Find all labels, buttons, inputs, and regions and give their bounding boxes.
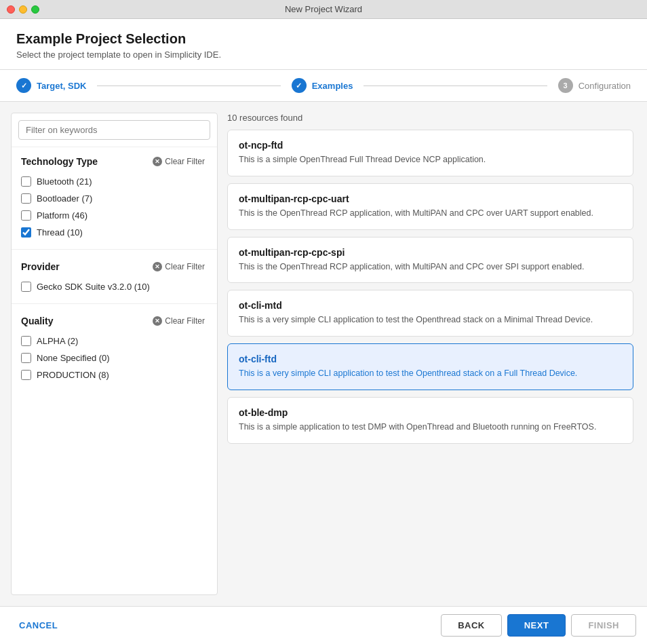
- back-button[interactable]: BACK: [441, 614, 502, 637]
- quality-alpha: ALPHA (2): [21, 333, 208, 349]
- resource-card-ot-cli-ftd[interactable]: ot-cli-ftd This is a very simple CLI app…: [227, 343, 633, 390]
- provider-header: Provider ✕ Clear Filter: [21, 261, 208, 273]
- close-button[interactable]: [7, 5, 15, 14]
- titlebar: New Project Wizard: [0, 0, 647, 19]
- none-specified-checkbox[interactable]: [21, 353, 31, 363]
- bluetooth-checkbox[interactable]: [21, 176, 31, 187]
- quality-header: Quality ✕ Clear Filter: [21, 315, 208, 327]
- platform-label: Platform (46): [37, 210, 87, 221]
- card-desc-ot-ble-dmp: This is a simple application to test DMP…: [239, 421, 622, 434]
- quality-title: Quality: [21, 316, 53, 326]
- traffic-lights: [7, 5, 39, 14]
- alpha-checkbox[interactable]: [21, 336, 31, 346]
- resources-count: 10 resources found: [227, 113, 636, 123]
- step-1-circle: ✓: [16, 78, 31, 93]
- technology-type-title: Technology Type: [21, 156, 98, 167]
- results-panel: 10 resources found ot-ncp-ftd This is a …: [227, 113, 636, 595]
- technology-type-section: Technology Type ✕ Clear Filter Bluetooth…: [12, 147, 217, 246]
- quality-none-specified: None Specified (0): [21, 349, 208, 366]
- wizard-steps: ✓ Target, SDK ✓ Examples 3 Configuration: [0, 70, 647, 102]
- card-title-ot-multipan-uart: ot-multipan-rcp-cpc-uart: [239, 193, 622, 204]
- step-target-sdk[interactable]: ✓ Target, SDK: [16, 78, 86, 93]
- clear-technology-icon: ✕: [153, 157, 162, 166]
- step-connector-2: [364, 86, 547, 86]
- keyword-filter-section: [12, 113, 217, 147]
- provider-clear-filter[interactable]: ✕ Clear Filter: [150, 261, 208, 273]
- cancel-button[interactable]: CANCEL: [11, 615, 66, 636]
- quality-production: PRODUCTION (8): [21, 366, 208, 383]
- keyword-input[interactable]: [18, 120, 210, 140]
- resource-card-ot-multipan-spi[interactable]: ot-multipan-rcp-cpc-spi This is the Open…: [227, 237, 633, 284]
- technology-bootloader: Bootloader (7): [21, 190, 208, 207]
- next-button[interactable]: NEXT: [507, 614, 566, 637]
- page-subtitle: Select the project template to open in S…: [16, 50, 631, 60]
- technology-type-header: Technology Type ✕ Clear Filter: [21, 155, 208, 168]
- bootloader-checkbox[interactable]: [21, 193, 31, 204]
- step-examples[interactable]: ✓ Examples: [292, 78, 353, 93]
- footer: CANCEL BACK NEXT FINISH: [0, 606, 647, 644]
- cards-list: ot-ncp-ftd This is a simple OpenThread F…: [227, 130, 636, 595]
- page-title: Example Project Selection: [16, 31, 631, 47]
- card-desc-ot-ncp-ftd: This is a simple OpenThread Full Thread …: [239, 153, 622, 166]
- quality-clear-filter[interactable]: ✕ Clear Filter: [150, 315, 208, 327]
- step-1-icon: ✓: [21, 81, 27, 90]
- step-1-label: Target, SDK: [37, 81, 86, 91]
- production-checkbox[interactable]: [21, 370, 31, 380]
- thread-checkbox[interactable]: [21, 227, 31, 238]
- step-2-label: Examples: [312, 81, 353, 91]
- card-desc-ot-cli-mtd: This is a very simple CLI application to…: [239, 314, 622, 326]
- step-3-label: Configuration: [579, 81, 631, 91]
- quality-section: Quality ✕ Clear Filter ALPHA (2) None Sp…: [12, 307, 217, 389]
- step-2-circle: ✓: [292, 78, 307, 93]
- page-header: Example Project Selection Select the pro…: [0, 19, 647, 70]
- resource-card-ot-ble-dmp[interactable]: ot-ble-dmp This is a simple application …: [227, 397, 633, 444]
- step-3-circle: 3: [558, 78, 573, 93]
- step-connector-1: [97, 86, 280, 86]
- alpha-label: ALPHA (2): [37, 336, 78, 346]
- card-title-ot-cli-mtd: ot-cli-mtd: [239, 300, 622, 311]
- clear-quality-icon: ✕: [153, 316, 162, 326]
- bluetooth-label: Bluetooth (21): [37, 176, 92, 187]
- card-title-ot-multipan-spi: ot-multipan-rcp-cpc-spi: [239, 247, 622, 258]
- finish-button[interactable]: FINISH: [571, 614, 636, 637]
- bootloader-label: Bootloader (7): [37, 193, 92, 204]
- clear-provider-icon: ✕: [153, 262, 162, 271]
- step-configuration: 3 Configuration: [558, 78, 631, 93]
- technology-thread: Thread (10): [21, 224, 208, 241]
- card-desc-ot-multipan-uart: This is the OpenThread RCP application, …: [239, 207, 622, 220]
- maximize-button[interactable]: [31, 5, 39, 14]
- gecko-sdk-label: Gecko SDK Suite v3.2.0 (10): [37, 282, 150, 292]
- platform-checkbox[interactable]: [21, 210, 31, 221]
- card-title-ot-cli-ftd: ot-cli-ftd: [239, 354, 622, 364]
- card-title-ot-ble-dmp: ot-ble-dmp: [239, 407, 622, 418]
- divider-1: [12, 249, 217, 250]
- resource-card-ot-multipan-uart[interactable]: ot-multipan-rcp-cpc-uart This is the Ope…: [227, 183, 633, 230]
- provider-section: Provider ✕ Clear Filter Gecko SDK Suite …: [12, 252, 217, 301]
- card-title-ot-ncp-ftd: ot-ncp-ftd: [239, 140, 622, 151]
- none-specified-label: None Specified (0): [37, 353, 110, 363]
- technology-bluetooth: Bluetooth (21): [21, 173, 208, 190]
- card-desc-ot-cli-ftd: This is a very simple CLI application to…: [239, 367, 622, 380]
- technology-type-clear-filter[interactable]: ✕ Clear Filter: [150, 155, 208, 168]
- main-container: Example Project Selection Select the pro…: [0, 19, 647, 644]
- thread-label: Thread (10): [37, 227, 83, 238]
- provider-title: Provider: [21, 261, 60, 272]
- step-2-icon: ✓: [296, 81, 302, 90]
- filter-panel: Technology Type ✕ Clear Filter Bluetooth…: [11, 113, 218, 595]
- resource-card-ot-cli-mtd[interactable]: ot-cli-mtd This is a very simple CLI app…: [227, 290, 633, 337]
- window-title: New Project Wizard: [285, 4, 362, 14]
- technology-clear-label: Clear Filter: [165, 157, 205, 166]
- resource-card-ot-ncp-ftd[interactable]: ot-ncp-ftd This is a simple OpenThread F…: [227, 130, 633, 176]
- step-3-icon: 3: [564, 81, 568, 90]
- provider-gecko: Gecko SDK Suite v3.2.0 (10): [21, 278, 208, 295]
- content-area: Technology Type ✕ Clear Filter Bluetooth…: [0, 102, 647, 606]
- card-desc-ot-multipan-spi: This is the OpenThread RCP application, …: [239, 261, 622, 273]
- gecko-sdk-checkbox[interactable]: [21, 282, 31, 292]
- divider-2: [12, 303, 217, 304]
- quality-clear-label: Clear Filter: [165, 316, 205, 326]
- production-label: PRODUCTION (8): [37, 370, 109, 380]
- minimize-button[interactable]: [19, 5, 27, 14]
- provider-clear-label: Clear Filter: [165, 262, 205, 271]
- technology-platform: Platform (46): [21, 207, 208, 224]
